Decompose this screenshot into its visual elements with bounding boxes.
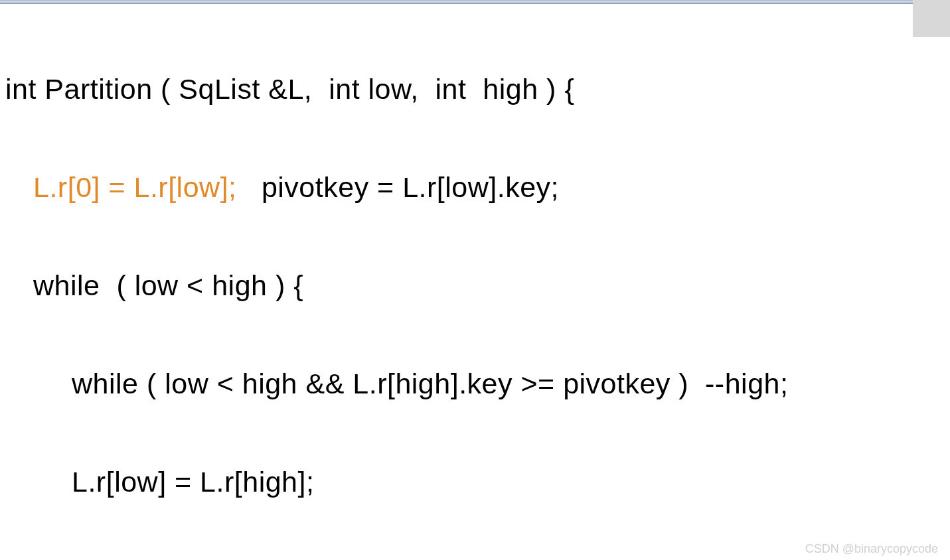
highlight-sentinel-save: L.r[0] = L.r[low]; <box>33 171 237 203</box>
code-line-3: while ( low < high ) { <box>5 261 950 311</box>
code-content: int Partition ( SqList &L, int low, int … <box>0 4 950 560</box>
code-line-1: int Partition ( SqList &L, int low, int … <box>5 65 950 114</box>
code-line-5: L.r[low] = L.r[high]; <box>5 458 950 507</box>
scrollbar-thumb[interactable] <box>913 0 950 37</box>
code-line-4: while ( low < high && L.r[high].key >= p… <box>5 360 950 409</box>
watermark-text: CSDN @binarycopycode <box>805 542 938 556</box>
code-line-6: while ( low < high && L.r[low].key <= pi… <box>5 555 950 560</box>
code-line-2: L.r[0] = L.r[low]; pivotkey = L.r[low].k… <box>5 163 950 212</box>
code-line-2-rest: pivotkey = L.r[low].key; <box>237 171 560 203</box>
